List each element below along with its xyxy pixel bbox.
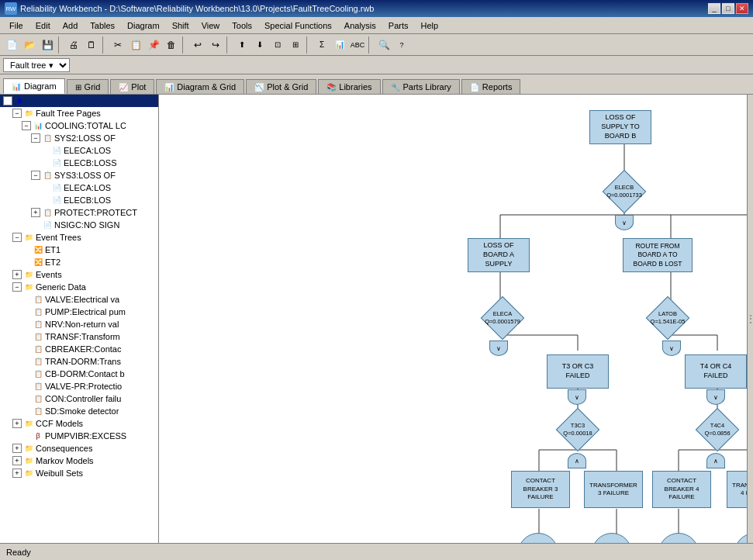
save-button[interactable]: 💾 <box>39 36 56 54</box>
node-latob[interactable]: LATOBQ=1.541E-05 <box>646 296 689 340</box>
sidebar-item-cooling[interactable]: −📊COOLING:TOTAL LC <box>0 119 158 132</box>
node-t4-c4[interactable]: T4 OR C4FAILED <box>685 354 747 389</box>
node-route-board[interactable]: ROUTE FROMBOARD A TOBOARD B LOST <box>623 238 693 272</box>
menu-item-help[interactable]: Help <box>415 18 445 33</box>
tab-parts-library[interactable]: 🔧Parts Library <box>382 79 460 94</box>
sidebar-item-con[interactable]: 📋CON:Controller failu <box>0 392 158 405</box>
menu-item-tables[interactable]: Tables <box>84 18 121 33</box>
tab-diagram-grid[interactable]: 📊Diagram & Grid <box>156 79 244 94</box>
minimize-button[interactable]: _ <box>708 3 720 14</box>
node-t4-fail[interactable]: TRANSFORMER4 FAILURE <box>727 471 747 508</box>
expand-weibull[interactable]: + <box>12 468 22 478</box>
fit-button[interactable]: ⊡ <box>269 36 286 54</box>
expand-sys3[interactable]: − <box>31 171 40 180</box>
new-button[interactable]: 📄 <box>3 36 20 54</box>
node-loss-board-a[interactable]: LOSS OFBOARD ASUPPLY <box>468 238 530 272</box>
window-controls[interactable]: _ □ ✕ <box>708 3 748 14</box>
delete-button[interactable]: 🗑 <box>163 36 180 54</box>
sidebar-item-sd[interactable]: 📋SD:Smoke detector <box>0 405 158 417</box>
node-cb3-fail[interactable]: CONTACTBREAKER 3FAILURE <box>511 471 570 508</box>
print-button[interactable]: 🖨 <box>65 36 82 54</box>
sidebar-item-markov[interactable]: +📁Markov Models <box>0 455 158 467</box>
menu-item-parts[interactable]: Parts <box>382 18 415 33</box>
sidebar-item-elecb2[interactable]: 📄ELECB:LOS <box>0 194 158 206</box>
node-c3[interactable]: C3 CBREAKERFR=0.1 <box>518 533 558 543</box>
menu-item-special-functions[interactable]: Special Functions <box>258 18 338 33</box>
tab-reports[interactable]: 📄Reports <box>461 79 521 94</box>
search-button[interactable]: 🔍 <box>375 36 392 54</box>
tab-grid[interactable]: ⊞Grid <box>67 79 109 94</box>
node-loss-supply-board-b[interactable]: LOSS OFSUPPLY TOBOARD B <box>589 110 651 144</box>
sidebar-item-sys3[interactable]: −📋SYS3:LOSS OF <box>0 169 158 181</box>
expand-consequences[interactable]: + <box>12 444 22 453</box>
sidebar-item-tran-dorm[interactable]: 📋TRAN-DORM:Trans <box>0 355 158 368</box>
help-button[interactable]: ? <box>393 36 410 54</box>
sidebar-item-eleca2[interactable]: 📄ELECA:LOS <box>0 181 158 194</box>
expand-ftp[interactable]: − <box>12 109 22 118</box>
print-preview-button[interactable]: 🗒 <box>83 36 100 54</box>
menu-item-edit[interactable]: Edit <box>29 18 57 33</box>
undo-button[interactable]: ↩ <box>189 36 206 54</box>
sidebar-item-pumpvibr[interactable]: βPUMPVIBR:EXCESS <box>0 430 158 442</box>
sidebar-item-transf[interactable]: 📋TRANSF:Transform <box>0 330 158 343</box>
expand-ccf[interactable]: + <box>12 419 22 428</box>
sidebar-item-et2[interactable]: 🔀ET2 <box>0 256 158 268</box>
node-eleca[interactable]: ELECAQ=0.0001579 <box>481 296 524 340</box>
tab-diagram[interactable]: 📊Diagram <box>3 78 65 94</box>
tab-plot[interactable]: 📈Plot <box>110 79 154 94</box>
diagram-area[interactable]: LOSS OFSUPPLY TOBOARD B ELECBQ=0.0001733… <box>159 95 747 543</box>
menu-item-view[interactable]: View <box>195 18 226 33</box>
sidebar-item-consequences[interactable]: +📁Consequences <box>0 442 158 455</box>
grid-toggle-button[interactable]: ⊞ <box>287 36 304 54</box>
sidebar-item-generic[interactable]: −📁Generic Data <box>0 281 158 293</box>
sidebar-item-et1[interactable]: 🔀ET1 <box>0 244 158 256</box>
menu-item-tools[interactable]: Tools <box>226 18 258 33</box>
paste-button[interactable]: 📌 <box>145 36 162 54</box>
sidebar-item-cb-dorm[interactable]: 📋CB-DORM:Contact b <box>0 368 158 380</box>
node-t4c4[interactable]: T4C4Q=0.0856 <box>696 408 739 451</box>
sidebar-item-pump[interactable]: 📋PUMP:Electrical pum <box>0 306 158 318</box>
sidebar-item-cbreaker[interactable]: 📋CBREAKER:Contac <box>0 343 158 355</box>
sidebar-item-ccf[interactable]: +📁CCF Models <box>0 417 158 430</box>
sidebar-item-ftp[interactable]: −📁Fault Tree Pages <box>0 107 158 119</box>
menu-item-diagram[interactable]: Diagram <box>121 18 166 33</box>
sidebar-item-eleca1[interactable]: 📄ELECA:LOS <box>0 144 158 157</box>
menu-item-file[interactable]: File <box>3 18 29 33</box>
sidebar-item-nsigc[interactable]: 📄NSIGC:NO SIGN <box>0 219 158 231</box>
open-button[interactable]: 📂 <box>21 36 38 54</box>
copy-button[interactable]: 📋 <box>127 36 144 54</box>
sidebar-item-sys2[interactable]: −📋SYS2:LOSS OF <box>0 132 158 144</box>
node-cb4-fail[interactable]: CONTACTBREAKER 4FAILURE <box>652 471 711 508</box>
node-t3-fail[interactable]: TRANSFORMER3 FAILURE <box>584 471 643 508</box>
node-c4[interactable]: C4 CB-DORMFR=0.1 Tau=1 <box>658 533 699 543</box>
maximize-button[interactable]: □ <box>722 3 734 14</box>
sidebar-item-nrv[interactable]: 📋NRV:Non-return val <box>0 318 158 330</box>
sidebar-item-project[interactable]: −🖥 <box>0 95 158 107</box>
cut-button[interactable]: ✂ <box>109 36 126 54</box>
expand-markov[interactable]: + <box>12 456 22 465</box>
tab-plot-grid[interactable]: 📉Plot & Grid <box>246 79 316 94</box>
expand-project[interactable]: − <box>3 96 12 105</box>
node-elecb[interactable]: ELECBQ=0.0001733 <box>603 170 646 213</box>
expand-protect[interactable]: + <box>31 208 40 217</box>
tree-dropdown[interactable]: Fault tree ▾ <box>3 58 70 72</box>
sidebar-item-events[interactable]: +📁Events <box>0 268 158 281</box>
node-t3c3[interactable]: T3C3Q=0.00018 <box>556 408 599 451</box>
expand-et[interactable]: − <box>12 233 22 242</box>
close-button[interactable]: ✕ <box>736 3 748 14</box>
tab-libraries[interactable]: 📚Libraries <box>318 79 380 94</box>
sidebar-item-valve-pr[interactable]: 📋VALVE-PR:Protectio <box>0 380 158 392</box>
menu-item-add[interactable]: Add <box>57 18 85 33</box>
expand-events[interactable]: + <box>12 270 22 279</box>
node-t3[interactable]: T3 TRANSFFR=0.08 <box>592 533 632 543</box>
sidebar[interactable]: −🖥−📁Fault Tree Pages−📊COOLING:TOTAL LC−📋… <box>0 95 159 543</box>
sidebar-item-protect[interactable]: +📋PROTECT:PROTECT <box>0 206 158 219</box>
expand-sys2[interactable]: − <box>31 133 40 143</box>
sidebar-item-weibull[interactable]: +📁Weibull Sets <box>0 467 158 479</box>
menu-item-shift[interactable]: Shift <box>166 18 195 33</box>
chart-button[interactable]: 📊 <box>331 36 348 54</box>
calc-button[interactable]: Σ <box>313 36 330 54</box>
redo-button[interactable]: ↪ <box>207 36 224 54</box>
zoom-out-button[interactable]: ⬇ <box>251 36 268 54</box>
sidebar-item-et[interactable]: −📁Event Trees <box>0 231 158 244</box>
